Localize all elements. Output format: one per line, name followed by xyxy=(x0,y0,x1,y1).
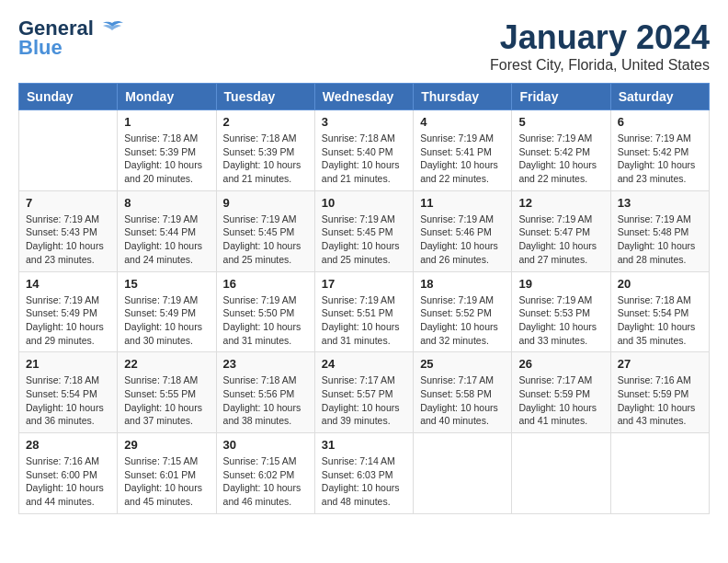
calendar-cell: 1Sunrise: 7:18 AMSunset: 5:39 PMDaylight… xyxy=(118,110,216,191)
calendar-cell: 18Sunrise: 7:19 AMSunset: 5:52 PMDayligh… xyxy=(414,271,512,352)
location-title: Forest City, Florida, United States xyxy=(490,57,710,74)
day-info: Sunrise: 7:17 AMSunset: 5:57 PMDaylight:… xyxy=(322,373,406,428)
day-info: Sunrise: 7:19 AMSunset: 5:42 PMDaylight:… xyxy=(518,132,603,186)
calendar-cell: 19Sunrise: 7:19 AMSunset: 5:53 PMDayligh… xyxy=(512,271,610,352)
calendar-cell xyxy=(512,433,610,514)
calendar-body: 1Sunrise: 7:18 AMSunset: 5:39 PMDaylight… xyxy=(19,110,710,514)
day-number: 5 xyxy=(518,115,603,129)
day-info: Sunrise: 7:18 AMSunset: 5:55 PMDaylight:… xyxy=(124,373,209,428)
day-number: 7 xyxy=(26,196,110,210)
calendar-cell: 31Sunrise: 7:14 AMSunset: 6:03 PMDayligh… xyxy=(314,433,413,514)
day-info: Sunrise: 7:18 AMSunset: 5:54 PMDaylight:… xyxy=(26,373,110,428)
day-info: Sunrise: 7:19 AMSunset: 5:50 PMDaylight:… xyxy=(223,293,308,348)
calendar-cell: 7Sunrise: 7:19 AMSunset: 5:43 PMDaylight… xyxy=(19,190,118,271)
day-number: 31 xyxy=(322,438,406,452)
day-info: Sunrise: 7:15 AMSunset: 6:02 PMDaylight:… xyxy=(223,454,308,509)
weekday-header-wednesday: Wednesday xyxy=(314,84,413,110)
calendar-cell: 25Sunrise: 7:17 AMSunset: 5:58 PMDayligh… xyxy=(414,352,512,433)
calendar-cell: 4Sunrise: 7:19 AMSunset: 5:41 PMDaylight… xyxy=(414,110,512,191)
page-header: General Blue January 2024 Forest City, F… xyxy=(18,18,710,74)
day-info: Sunrise: 7:19 AMSunset: 5:42 PMDaylight:… xyxy=(618,132,702,186)
weekday-header-sunday: Sunday xyxy=(19,84,118,110)
day-info: Sunrise: 7:16 AMSunset: 5:59 PMDaylight:… xyxy=(618,373,702,428)
day-number: 21 xyxy=(26,357,110,371)
day-info: Sunrise: 7:19 AMSunset: 5:49 PMDaylight:… xyxy=(26,293,110,348)
day-number: 22 xyxy=(124,357,209,371)
calendar-cell: 8Sunrise: 7:19 AMSunset: 5:44 PMDaylight… xyxy=(118,190,216,271)
weekday-header-row: SundayMondayTuesdayWednesdayThursdayFrid… xyxy=(19,84,710,110)
day-number: 17 xyxy=(322,277,406,291)
calendar-cell: 26Sunrise: 7:17 AMSunset: 5:59 PMDayligh… xyxy=(512,352,610,433)
logo: General Blue xyxy=(18,18,125,58)
day-number: 30 xyxy=(223,438,308,452)
week-row-3: 21Sunrise: 7:18 AMSunset: 5:54 PMDayligh… xyxy=(19,352,710,433)
week-row-2: 14Sunrise: 7:19 AMSunset: 5:49 PMDayligh… xyxy=(19,271,710,352)
calendar-cell: 30Sunrise: 7:15 AMSunset: 6:02 PMDayligh… xyxy=(216,433,314,514)
day-number: 3 xyxy=(322,115,406,129)
day-info: Sunrise: 7:19 AMSunset: 5:41 PMDaylight:… xyxy=(420,132,505,186)
day-number: 6 xyxy=(618,115,702,129)
day-info: Sunrise: 7:19 AMSunset: 5:43 PMDaylight:… xyxy=(26,213,110,267)
day-number: 10 xyxy=(322,196,406,210)
calendar-cell: 11Sunrise: 7:19 AMSunset: 5:46 PMDayligh… xyxy=(414,190,512,271)
calendar-cell: 10Sunrise: 7:19 AMSunset: 5:45 PMDayligh… xyxy=(314,190,413,271)
week-row-1: 7Sunrise: 7:19 AMSunset: 5:43 PMDaylight… xyxy=(19,190,710,271)
calendar-cell xyxy=(414,433,512,514)
day-info: Sunrise: 7:19 AMSunset: 5:46 PMDaylight:… xyxy=(420,213,505,267)
calendar-cell: 24Sunrise: 7:17 AMSunset: 5:57 PMDayligh… xyxy=(314,352,413,433)
month-title: January 2024 xyxy=(490,18,710,57)
day-number: 20 xyxy=(618,277,702,291)
day-number: 24 xyxy=(322,357,406,371)
day-info: Sunrise: 7:19 AMSunset: 5:45 PMDaylight:… xyxy=(223,213,308,267)
day-number: 25 xyxy=(420,357,505,371)
day-number: 12 xyxy=(518,196,603,210)
day-info: Sunrise: 7:19 AMSunset: 5:53 PMDaylight:… xyxy=(518,293,603,348)
day-number: 4 xyxy=(420,115,505,129)
calendar-cell: 28Sunrise: 7:16 AMSunset: 6:00 PMDayligh… xyxy=(19,433,118,514)
day-number: 13 xyxy=(618,196,702,210)
day-info: Sunrise: 7:19 AMSunset: 5:47 PMDaylight:… xyxy=(518,213,603,267)
weekday-header-thursday: Thursday xyxy=(414,84,512,110)
day-number: 23 xyxy=(223,357,308,371)
calendar-cell: 16Sunrise: 7:19 AMSunset: 5:50 PMDayligh… xyxy=(216,271,314,352)
week-row-0: 1Sunrise: 7:18 AMSunset: 5:39 PMDaylight… xyxy=(19,110,710,191)
day-info: Sunrise: 7:17 AMSunset: 5:59 PMDaylight:… xyxy=(518,373,603,428)
day-number: 1 xyxy=(124,115,209,129)
day-info: Sunrise: 7:18 AMSunset: 5:40 PMDaylight:… xyxy=(322,132,406,186)
calendar-cell xyxy=(19,110,118,191)
calendar-cell: 22Sunrise: 7:18 AMSunset: 5:55 PMDayligh… xyxy=(118,352,216,433)
calendar-cell: 29Sunrise: 7:15 AMSunset: 6:01 PMDayligh… xyxy=(118,433,216,514)
day-number: 29 xyxy=(124,438,209,452)
day-number: 28 xyxy=(26,438,110,452)
calendar-cell: 13Sunrise: 7:19 AMSunset: 5:48 PMDayligh… xyxy=(610,190,709,271)
weekday-header-monday: Monday xyxy=(118,84,216,110)
day-number: 8 xyxy=(124,196,209,210)
calendar-cell: 5Sunrise: 7:19 AMSunset: 5:42 PMDaylight… xyxy=(512,110,610,191)
day-info: Sunrise: 7:18 AMSunset: 5:39 PMDaylight:… xyxy=(124,132,209,186)
weekday-header-tuesday: Tuesday xyxy=(216,84,314,110)
day-info: Sunrise: 7:15 AMSunset: 6:01 PMDaylight:… xyxy=(124,454,209,509)
weekday-header-friday: Friday xyxy=(512,84,610,110)
day-number: 18 xyxy=(420,277,505,291)
day-number: 16 xyxy=(223,277,308,291)
day-info: Sunrise: 7:19 AMSunset: 5:44 PMDaylight:… xyxy=(124,213,209,267)
day-info: Sunrise: 7:19 AMSunset: 5:51 PMDaylight:… xyxy=(322,293,406,348)
calendar-cell: 2Sunrise: 7:18 AMSunset: 5:39 PMDaylight… xyxy=(216,110,314,191)
week-row-4: 28Sunrise: 7:16 AMSunset: 6:00 PMDayligh… xyxy=(19,433,710,514)
day-info: Sunrise: 7:16 AMSunset: 6:00 PMDaylight:… xyxy=(26,454,110,509)
logo-bird-icon xyxy=(99,19,125,40)
day-info: Sunrise: 7:14 AMSunset: 6:03 PMDaylight:… xyxy=(322,454,406,509)
title-block: January 2024 Forest City, Florida, Unite… xyxy=(490,18,710,74)
day-info: Sunrise: 7:18 AMSunset: 5:56 PMDaylight:… xyxy=(223,373,308,428)
day-info: Sunrise: 7:19 AMSunset: 5:45 PMDaylight:… xyxy=(322,213,406,267)
calendar-cell: 6Sunrise: 7:19 AMSunset: 5:42 PMDaylight… xyxy=(610,110,709,191)
day-number: 2 xyxy=(223,115,308,129)
calendar-cell: 12Sunrise: 7:19 AMSunset: 5:47 PMDayligh… xyxy=(512,190,610,271)
day-number: 19 xyxy=(518,277,603,291)
calendar-table: SundayMondayTuesdayWednesdayThursdayFrid… xyxy=(18,83,710,514)
day-number: 27 xyxy=(618,357,702,371)
day-number: 14 xyxy=(26,277,110,291)
day-info: Sunrise: 7:19 AMSunset: 5:49 PMDaylight:… xyxy=(124,293,209,348)
calendar-cell: 15Sunrise: 7:19 AMSunset: 5:49 PMDayligh… xyxy=(118,271,216,352)
day-number: 11 xyxy=(420,196,505,210)
